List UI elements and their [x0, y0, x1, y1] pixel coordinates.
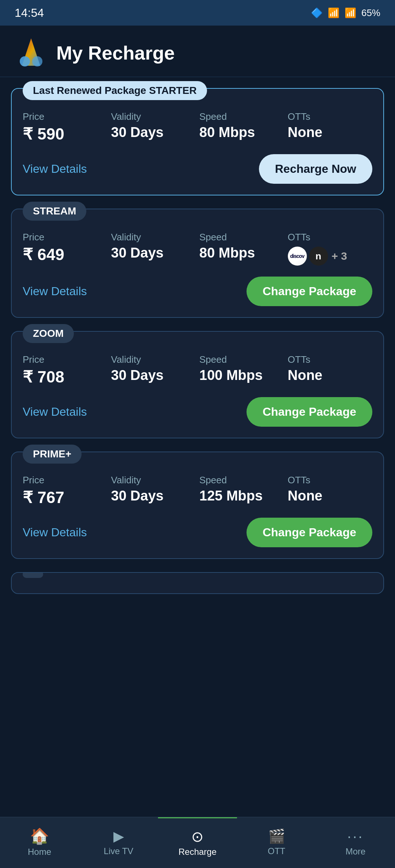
speed-label-zoom: Speed: [199, 354, 284, 365]
speed-col-zoom: Speed 100 Mbps: [199, 354, 284, 386]
package-card-primeplus: PRIME+ Price ₹ 767 Validity 30 Days Spee…: [11, 452, 384, 559]
validity-col-primeplus: Validity 30 Days: [111, 475, 196, 507]
validity-label-zoom: Validity: [111, 354, 196, 365]
view-details-zoom[interactable]: View Details: [23, 405, 87, 419]
price-label-stream: Price: [23, 232, 108, 243]
ott-icons-stream: discov n + 3: [288, 247, 373, 266]
speed-label-starter: Speed: [199, 111, 284, 122]
svg-point-1: [20, 56, 30, 66]
nav-label-recharge: Recharge: [178, 847, 217, 857]
speed-label-stream: Speed: [199, 232, 284, 243]
price-value-zoom: ₹ 708: [23, 368, 108, 386]
price-label-zoom: Price: [23, 354, 108, 365]
status-time: 14:54: [15, 6, 44, 20]
otts-label-stream: OTTs: [288, 232, 373, 243]
price-value-starter: ₹ 590: [23, 125, 108, 143]
status-icons: 🔷 📶 📶 65%: [311, 7, 380, 19]
recharge-icon: ⊙: [191, 829, 204, 844]
price-col-primeplus: Price ₹ 767: [23, 475, 108, 507]
validity-value-primeplus: 30 Days: [111, 488, 196, 504]
price-label-primeplus: Price: [23, 475, 108, 486]
package-card-zoom: ZOOM Price ₹ 708 Validity 30 Days Speed …: [11, 331, 384, 438]
validity-label-stream: Validity: [111, 232, 196, 243]
package-info-primeplus: Price ₹ 767 Validity 30 Days Speed 125 M…: [12, 464, 383, 510]
validity-value-zoom: 30 Days: [111, 368, 196, 383]
nav-item-home[interactable]: 🏠 Home: [0, 817, 79, 868]
signal-icon: 📶: [345, 7, 356, 19]
package-info-stream: Price ₹ 649 Validity 30 Days Speed 80 Mb…: [12, 221, 383, 269]
recharge-now-button[interactable]: Recharge Now: [259, 154, 372, 184]
nav-item-recharge[interactable]: ⊙ Recharge: [158, 817, 237, 868]
otts-label-zoom: OTTs: [288, 354, 373, 365]
status-bar: 14:54 🔷 📶 📶 65%: [0, 0, 395, 26]
otts-col-primeplus: OTTs None: [288, 475, 373, 507]
otts-col-starter: OTTs None: [288, 111, 373, 143]
price-col-zoom: Price ₹ 708: [23, 354, 108, 386]
change-package-stream-button[interactable]: Change Package: [247, 277, 372, 306]
package-actions-stream: View Details Change Package: [12, 269, 383, 306]
price-value-primeplus: ₹ 767: [23, 488, 108, 507]
package-actions-primeplus: View Details Change Package: [12, 510, 383, 547]
main-content: Last Renewed Package STARTER Price ₹ 590…: [0, 77, 395, 677]
package-actions-starter: View Details Recharge Now: [12, 147, 383, 184]
bottom-nav: 🏠 Home ▶ Live TV ⊙ Recharge 🎬 OTT ··· Mo…: [0, 817, 395, 868]
package-info-zoom: Price ₹ 708 Validity 30 Days Speed 100 M…: [12, 343, 383, 390]
nav-item-livetv[interactable]: ▶ Live TV: [79, 817, 158, 868]
battery-level: 65%: [361, 7, 380, 19]
nav-item-more[interactable]: ··· More: [316, 817, 395, 868]
app-logo: [15, 37, 48, 69]
nav-label-home: Home: [28, 847, 51, 857]
speed-col-primeplus: Speed 125 Mbps: [199, 475, 284, 507]
validity-col-zoom: Validity 30 Days: [111, 354, 196, 386]
view-details-stream[interactable]: View Details: [23, 285, 87, 298]
ott-discovery-icon: discov: [288, 247, 307, 266]
svg-point-2: [32, 56, 42, 66]
validity-value-stream: 30 Days: [111, 245, 196, 261]
otts-value-zoom: None: [288, 368, 373, 383]
package-badge-starter: Last Renewed Package STARTER: [23, 81, 207, 100]
speed-col-stream: Speed 80 Mbps: [199, 232, 284, 266]
validity-value-starter: 30 Days: [111, 125, 196, 140]
speed-value-starter: 80 Mbps: [199, 125, 284, 140]
nav-label-ott: OTT: [268, 846, 285, 856]
more-icon: ···: [347, 829, 364, 844]
change-package-primeplus-button[interactable]: Change Package: [247, 518, 372, 547]
otts-label-primeplus: OTTs: [288, 475, 373, 486]
view-details-starter[interactable]: View Details: [23, 162, 87, 176]
nav-label-more: More: [346, 846, 366, 857]
package-badge-stream: STREAM: [23, 202, 86, 221]
price-col-stream: Price ₹ 649: [23, 232, 108, 266]
speed-value-stream: 80 Mbps: [199, 245, 284, 261]
home-icon: 🏠: [30, 829, 49, 844]
otts-value-starter: None: [288, 125, 373, 140]
otts-value-primeplus: None: [288, 488, 373, 504]
wifi-icon: 📶: [328, 7, 339, 19]
change-package-zoom-button[interactable]: Change Package: [247, 397, 372, 427]
ott-icon: 🎬: [268, 829, 285, 843]
package-actions-zoom: View Details Change Package: [12, 390, 383, 427]
ott-ng-icon: n: [309, 247, 328, 266]
speed-value-primeplus: 125 Mbps: [199, 488, 284, 504]
header: My Recharge: [0, 26, 395, 77]
speed-value-zoom: 100 Mbps: [199, 368, 284, 383]
nav-item-ott[interactable]: 🎬 OTT: [237, 817, 316, 868]
price-col-starter: Price ₹ 590: [23, 111, 108, 143]
bluetooth-icon: 🔷: [311, 7, 323, 19]
price-value-stream: ₹ 649: [23, 245, 108, 264]
otts-col-stream: OTTs discov n + 3: [288, 232, 373, 266]
validity-col-stream: Validity 30 Days: [111, 232, 196, 266]
livetv-icon: ▶: [113, 829, 124, 843]
package-badge-partial: [23, 572, 43, 578]
validity-col-starter: Validity 30 Days: [111, 111, 196, 143]
view-details-primeplus[interactable]: View Details: [23, 526, 87, 539]
package-info-starter: Price ₹ 590 Validity 30 Days Speed 80 Mb…: [12, 100, 383, 147]
speed-label-primeplus: Speed: [199, 475, 284, 486]
package-card-starter: Last Renewed Package STARTER Price ₹ 590…: [11, 88, 384, 195]
package-badge-zoom: ZOOM: [23, 324, 74, 343]
package-card-stream: STREAM Price ₹ 649 Validity 30 Days Spee…: [11, 209, 384, 318]
package-badge-primeplus: PRIME+: [23, 445, 82, 464]
speed-col-starter: Speed 80 Mbps: [199, 111, 284, 143]
validity-label-starter: Validity: [111, 111, 196, 122]
package-card-partial: [11, 572, 384, 594]
nav-label-livetv: Live TV: [104, 846, 133, 856]
